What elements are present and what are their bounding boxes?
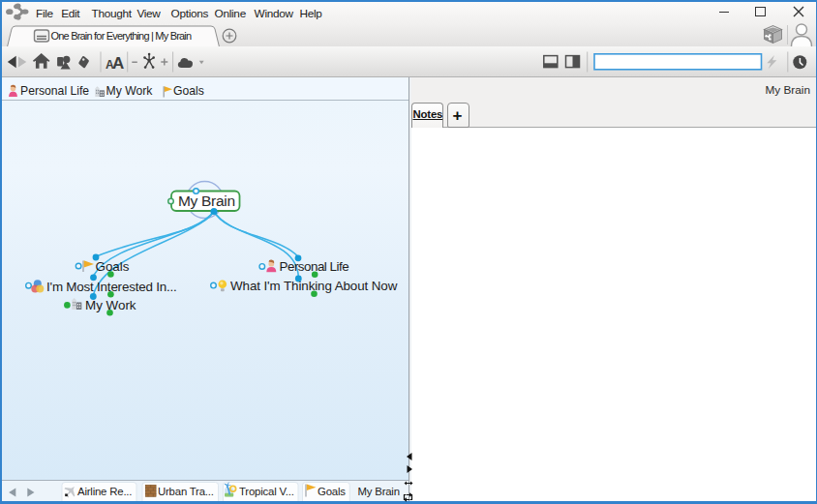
svg-text:A: A <box>112 54 124 73</box>
svg-text:My Brain: My Brain <box>178 193 235 209</box>
